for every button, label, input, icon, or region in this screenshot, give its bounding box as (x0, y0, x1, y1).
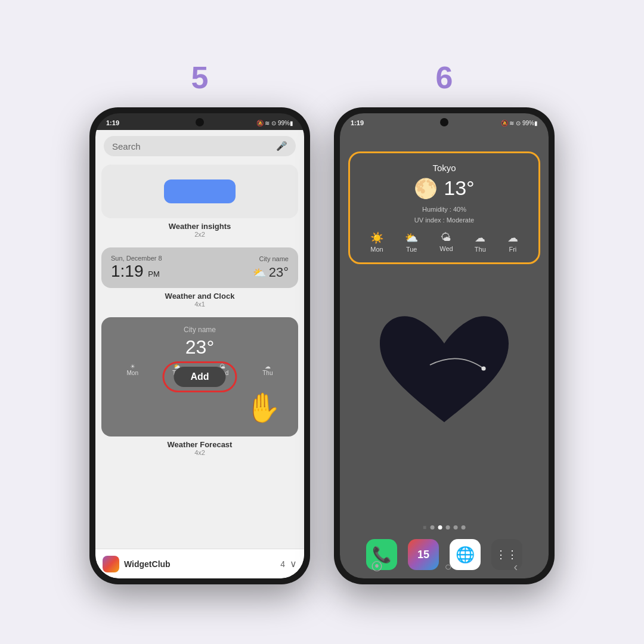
hw-city: Tokyo (360, 163, 529, 173)
hw-temp-val: 13° (444, 177, 474, 199)
dot-4 (453, 525, 457, 530)
wc-right: City name ⛅ 23° (253, 255, 289, 280)
bottom-app-name: WidgetClub (124, 559, 275, 569)
hw-day-tue-icon: ⛅ (405, 231, 418, 244)
bottom-bar-5: WidgetClub 4 ∨ (95, 549, 304, 578)
forecast-day-mon: ☀Mon (127, 363, 138, 376)
dot-2-active (438, 525, 442, 530)
wc-city: City name (259, 255, 289, 262)
hw-humidity: Humidity : 40% (360, 205, 529, 215)
add-button-overlay: Add (162, 361, 237, 392)
hw-day-wed: 🌤 Wed (439, 231, 453, 253)
widget-preview-forecast: City name 23° ☀Mon ⛅Tue 🌤Wed ☁Thu (101, 317, 298, 436)
nav-bar-6: ⦿ ○ ‹ (340, 558, 549, 578)
heart-background (373, 306, 516, 438)
hw-forecast: ☀️ Mon ⛅ Tue 🌤 Wed ☁ Th (360, 231, 529, 253)
wc-time-val: 1:19 (111, 262, 144, 280)
widget-item-2: Sun, December 8 1:19 PM City name (101, 247, 298, 308)
home-weather-widget: Tokyo 🌕 13° Humidity : 40% UV index : Mo… (348, 151, 540, 264)
widgetclub-icon (103, 556, 119, 572)
search-bar[interactable]: Search 🎤 (104, 136, 296, 156)
hw-day-thu-icon: ☁ (475, 231, 486, 244)
nav-recent-icon-6[interactable]: ⦿ (371, 560, 383, 574)
bottom-page-num: 4 (280, 559, 285, 569)
status-icons-6: 🔕 ≋ ⊙ 99%▮ (501, 120, 538, 126)
nav-home-icon-6[interactable]: ○ (445, 560, 452, 574)
camera-notch-6 (440, 118, 448, 126)
widget-sub-forecast: 4x2 (101, 449, 298, 456)
forecast-day-thu: ☁Thu (262, 363, 273, 376)
hw-day-thu-label: Thu (475, 246, 486, 253)
svg-point-0 (481, 366, 485, 370)
add-button[interactable]: Add (174, 367, 225, 387)
hw-day-fri-icon: ☁ (507, 231, 518, 244)
dot-1 (430, 525, 434, 530)
step-6-number: 6 (436, 60, 453, 95)
add-button-ring: Add (162, 361, 237, 392)
wc-date: Sun, December 8 (111, 255, 162, 262)
cursor-hand-icon: 🤚 (244, 391, 280, 425)
hw-day-mon-label: Mon (370, 246, 383, 253)
wc-ampm: PM (148, 270, 160, 278)
widget-title-clock: Weather and Clock (101, 292, 298, 301)
widget-sub-insights: 2x2 (101, 231, 298, 238)
search-placeholder: Search (112, 141, 141, 151)
phone-5: 1:19 🔕 ≋ ⊙ 99%▮ Search 🎤 (89, 107, 310, 584)
nav-back-icon-6[interactable]: ‹ (513, 560, 518, 574)
hw-sun-icon: 🌕 (414, 177, 438, 200)
hw-day-mon-icon: ☀️ (370, 231, 383, 244)
dot-3 (445, 525, 450, 530)
widget-sub-clock: 4x1 (101, 301, 298, 308)
widget-item-3: City name 23° ☀Mon ⛅Tue 🌤Wed ☁Thu (101, 317, 298, 456)
hw-temp: 13° (444, 177, 474, 200)
blue-bar-placeholder (164, 179, 236, 203)
main-container: 5 1:19 🔕 ≋ ⊙ 99%▮ Search 🎤 (0, 0, 644, 644)
hw-day-fri: ☁ Fri (507, 231, 518, 253)
hw-uvindex: UV index : Moderate (360, 215, 529, 226)
hw-day-wed-icon: 🌤 (439, 231, 453, 244)
chevron-down-icon[interactable]: ∨ (290, 558, 297, 569)
phone-6: 1:19 🔕 ≋ ⊙ 99%▮ Tokyo 🌕 13° H (334, 107, 555, 584)
home-dots: ≡ (423, 524, 466, 531)
widget-label-forecast: Weather Forecast 4x2 (101, 440, 298, 456)
phone-5-inner: 1:19 🔕 ≋ ⊙ 99%▮ Search 🎤 (95, 113, 304, 578)
widget-label-clock: Weather and Clock 4x1 (101, 292, 298, 308)
hw-day-fri-label: Fri (507, 246, 518, 253)
status-time-5: 1:19 (106, 119, 119, 126)
widget-title-forecast: Weather Forecast (101, 440, 298, 449)
widget-preview-clock: Sun, December 8 1:19 PM City name (101, 247, 298, 288)
status-right-icons-5: 🔕 ≋ ⊙ 99%▮ (256, 120, 293, 126)
step-6: 6 1:19 🔕 ≋ ⊙ 99%▮ Tokyo 🌕 (334, 60, 555, 584)
hw-main: 🌕 13° (360, 177, 529, 200)
hw-day-tue-label: Tue (405, 246, 418, 253)
wc-time: 1:19 PM (111, 262, 162, 281)
hw-day-tue: ⛅ Tue (405, 231, 418, 253)
widget-title-insights: Weather insights (101, 222, 298, 231)
wc-temp: 23° (269, 265, 289, 280)
widget-item-1: Weather insights 2x2 (101, 165, 298, 238)
phone-6-inner: 1:19 🔕 ≋ ⊙ 99%▮ Tokyo 🌕 13° H (340, 113, 549, 578)
step-5: 5 1:19 🔕 ≋ ⊙ 99%▮ Search 🎤 (89, 60, 310, 584)
forecast-temp: 23° (110, 336, 290, 358)
hw-day-wed-label: Wed (439, 245, 453, 252)
hw-details: Humidity : 40% UV index : Moderate (360, 205, 529, 225)
status-right-icons-6: 🔕 ≋ ⊙ 99%▮ (501, 120, 538, 126)
widget-preview-insights (101, 165, 298, 218)
hw-day-thu: ☁ Thu (475, 231, 486, 253)
wc-weather-icon: ⛅ (253, 267, 266, 279)
status-icons-5: 🔕 ≋ ⊙ 99%▮ (256, 120, 293, 126)
phone5-content: Search 🎤 Weather insights 2x2 (95, 130, 304, 578)
wc-left: Sun, December 8 1:19 PM (111, 255, 162, 281)
dot-5 (461, 525, 465, 530)
forecast-city: City name (110, 326, 290, 334)
widget-list: Weather insights 2x2 Sun, December 8 1:1 (95, 165, 304, 547)
status-time-6: 1:19 (351, 119, 364, 126)
wc-temp-row: ⛅ 23° (253, 265, 289, 280)
step-5-number: 5 (191, 60, 209, 95)
widget-label-insights: Weather insights 2x2 (101, 222, 298, 238)
mic-icon[interactable]: 🎤 (276, 141, 287, 151)
hw-day-mon: ☀️ Mon (370, 231, 383, 253)
camera-notch-5 (196, 118, 204, 126)
